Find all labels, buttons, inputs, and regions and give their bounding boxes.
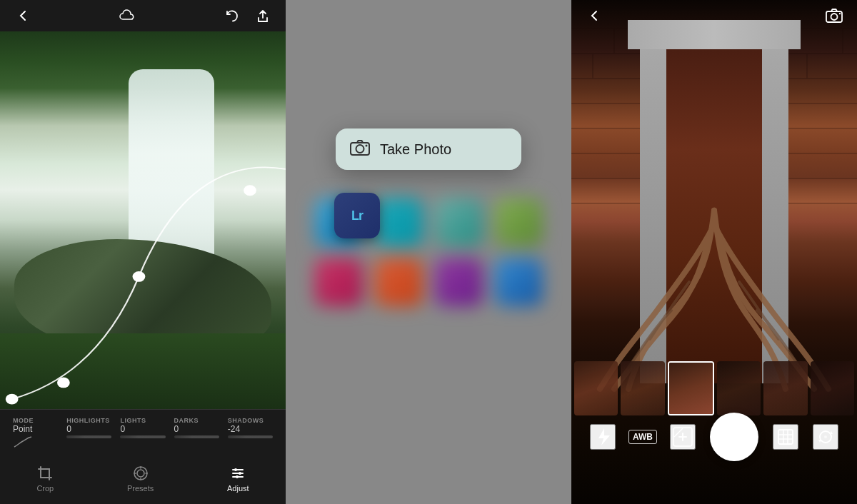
thumbnail-5[interactable] — [763, 361, 807, 415]
share-button[interactable] — [251, 4, 274, 27]
blur-icon-7 — [434, 258, 483, 306]
thumbnail-3-selected[interactable] — [668, 361, 714, 415]
shadows-stat: SHADOWS -24 — [224, 414, 277, 453]
svg-point-25 — [831, 14, 838, 20]
mode-stat: MODE Point — [9, 414, 62, 453]
presets-icon — [133, 465, 149, 481]
darks-stat: DARKS 0 — [170, 414, 224, 453]
curve-point-3 — [133, 271, 146, 282]
exposure-button[interactable] — [670, 424, 696, 450]
adjust-icon — [230, 465, 246, 481]
highlights-stat: HIGHLIGHTS 0 — [62, 414, 116, 453]
svg-point-0 — [137, 470, 144, 477]
camera-controls-row: AWB — [571, 413, 857, 461]
presets-tool[interactable]: Presets — [119, 463, 162, 495]
crop-label: Crop — [36, 484, 54, 493]
adjust-label: Adjust — [227, 484, 249, 493]
svg-point-6 — [356, 145, 364, 153]
blur-icon-2 — [374, 198, 423, 246]
photo-area — [0, 31, 286, 409]
tone-curve-overlay — [0, 31, 286, 409]
lr-logo: Lr — [351, 208, 363, 223]
mode-label: MODE — [13, 417, 34, 424]
svg-point-26 — [839, 13, 841, 14]
flash-button[interactable] — [590, 424, 616, 450]
mini-curve-icon — [13, 435, 33, 448]
take-photo-label: Take Photo — [380, 141, 451, 158]
thumbnail-4[interactable] — [717, 361, 761, 415]
undo-button[interactable] — [220, 4, 243, 27]
awb-button[interactable]: AWB — [630, 424, 656, 450]
svg-point-2 — [234, 468, 237, 471]
svg-point-33 — [824, 435, 827, 438]
blur-icon-3 — [434, 198, 483, 246]
cloud-button[interactable] — [116, 4, 139, 27]
blur-icon-4 — [494, 198, 543, 246]
svg-point-3 — [239, 472, 241, 475]
adjust-tool[interactable]: Adjust — [219, 463, 258, 495]
panel1-header — [0, 0, 286, 31]
lightroom-app-icon[interactable]: Lr — [334, 193, 380, 238]
shadows-label: SHADOWS — [228, 417, 264, 424]
darks-label: DARKS — [174, 417, 199, 424]
lights-stat: LIGHTS 0 — [116, 414, 169, 453]
panel3-back-button[interactable] — [583, 4, 606, 27]
curve-point-4 — [244, 185, 256, 196]
shadows-value: -24 — [228, 424, 240, 434]
blur-icon-8 — [494, 258, 543, 306]
darks-value: 0 — [174, 424, 179, 434]
svg-point-4 — [236, 475, 239, 478]
panel-camera: AWB — [571, 0, 857, 504]
panel3-camera-button[interactable] — [823, 4, 846, 27]
highlights-label: HIGHLIGHTS — [66, 417, 110, 424]
curve-controls: MODE Point HIGHLIGHTS 0 LIGHTS 0 DARKS — [0, 409, 286, 504]
svg-rect-28 — [778, 430, 793, 444]
lights-value: 0 — [120, 424, 125, 434]
header-center — [116, 4, 139, 27]
lights-label: LIGHTS — [120, 417, 146, 424]
svg-point-7 — [366, 145, 368, 147]
crop-icon — [37, 465, 53, 481]
thumbnail-1[interactable] — [574, 361, 618, 415]
mode-value: Point — [13, 424, 32, 434]
curve-point-2 — [57, 377, 70, 388]
flip-camera-button[interactable] — [813, 424, 838, 450]
blur-icon-6 — [374, 258, 423, 306]
awb-label: AWB — [628, 430, 657, 444]
panel3-header — [571, 0, 857, 31]
highlights-value: 0 — [66, 424, 71, 434]
curve-stats-row: MODE Point HIGHLIGHTS 0 LIGHTS 0 DARKS — [0, 409, 286, 457]
presets-label: Presets — [127, 484, 154, 493]
bottom-toolbar: Crop Presets Adjust — [0, 457, 286, 504]
back-button[interactable] — [11, 4, 34, 27]
panel-app-switcher: Take Photo Lr — [286, 0, 571, 504]
shutter-button[interactable] — [710, 413, 758, 461]
take-photo-popup[interactable]: Take Photo — [336, 128, 521, 170]
panel-curve-editor: MODE Point HIGHLIGHTS 0 LIGHTS 0 DARKS — [0, 0, 286, 504]
thumbnail-strip — [571, 361, 857, 418]
curve-point-1 — [6, 394, 19, 405]
blurred-background — [286, 0, 571, 504]
crop-tool[interactable]: Crop — [28, 463, 62, 495]
thumbnail-6[interactable] — [811, 361, 854, 415]
blur-icon-5 — [314, 258, 363, 306]
thumbnail-2[interactable] — [621, 361, 664, 415]
popup-camera-icon — [350, 138, 370, 160]
grid-button[interactable] — [773, 424, 798, 450]
